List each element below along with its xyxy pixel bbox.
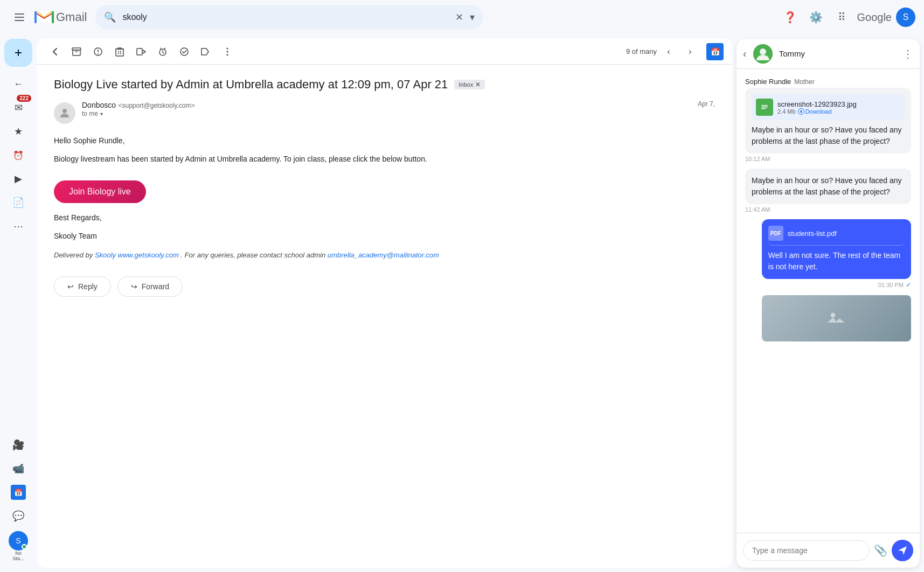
reply-buttons: ↩ Reply ↪ Forward [54,276,715,297]
snooze-button[interactable] [153,42,172,61]
sidebar-bottom: 🎥 📹 📅 💬 S No Sta... [3,434,33,572]
msg-bubble-1: screenshot-12923923.jpg 2.4 Mb Download … [745,88,911,154]
sender-avatar [54,102,75,124]
attachment-size: 2.4 Mb Download [777,108,857,115]
sidebar-item-inbox[interactable]: ✉ 222 [3,97,33,118]
sidebar-item-snoozed[interactable]: ⏰ [3,144,33,166]
svg-line-20 [160,48,161,49]
top-right-actions: ❓ ⚙️ ⠿ Google S [780,6,916,28]
svg-point-13 [98,53,99,54]
msg-text-3: Well I am not sure. The rest of the team… [768,250,905,273]
svg-rect-9 [72,48,81,50]
chat-avatar [753,44,773,64]
chat-back-button[interactable]: ‹ [743,47,747,60]
svg-rect-2 [15,20,24,21]
forward-button[interactable]: ↪ Forward [117,276,183,297]
msg-image-container [762,295,911,341]
reply-icon: ↩ [67,282,74,291]
chat-input[interactable] [743,540,870,561]
search-icon: 🔍 [104,11,116,23]
top-bar: Gmail 🔍 ✕ ▾ ❓ ⚙️ ⠿ Google S [0,0,924,34]
sidebar-item-chat[interactable]: 💬 [3,505,33,527]
delete-button[interactable] [110,42,129,61]
chat-input-area: 📎 [737,533,920,568]
msg-text-1: Maybe in an hour or so? Have you faced a… [752,124,905,147]
move-to-button[interactable] [131,42,151,61]
svg-point-36 [831,313,835,317]
skooly-link[interactable]: Skooly [95,251,116,259]
prev-email-button[interactable]: ‹ [659,42,678,61]
back-button[interactable] [45,42,65,61]
label-button[interactable] [196,42,216,61]
body-text: Biology livestream has been started by A… [54,153,715,165]
settings-icon[interactable]: ⚙️ [805,6,827,28]
message-2: Maybe in an hour or so? Have you faced a… [745,169,911,213]
done-button[interactable] [175,42,194,61]
sidebar-item-video[interactable]: 📹 [3,458,33,479]
svg-rect-14 [116,49,123,56]
pdf-attachment: PDF students-list.pdf [768,226,905,246]
pagination: 9 of many ‹ › [626,42,700,61]
next-email-button[interactable]: › [680,42,700,61]
more-button[interactable] [218,42,237,61]
msg-time-2: 11:42 AM [745,206,911,213]
sidebar-item-starred[interactable]: ★ [3,121,33,142]
sidebar-item-status[interactable]: S No Sta... [3,529,33,563]
gmail-logo: Gmail [34,8,87,27]
sidebar-item-more[interactable]: ⋯ [3,215,33,237]
sidebar-status-sublabel: Sta... [12,556,24,561]
svg-point-24 [227,51,228,52]
attachment-1: screenshot-12923923.jpg 2.4 Mb Download [752,94,905,120]
left-sidebar: ← ✉ 222 ★ ⏰ ▶ 📄 ⋯ 🎥 📹 📅 💬 S No Sta... [0,34,37,572]
spam-button[interactable] [88,42,108,61]
svg-rect-31 [761,107,768,108]
greeting-text: Hello Sophie Rundle, [54,135,715,147]
skooly-url-link[interactable]: www.getskooly.com [118,251,179,259]
chat-more-button[interactable]: ⋮ [902,47,913,60]
regards-text: Best Regards, [54,212,715,224]
join-biology-button[interactable]: Join Biology live [54,180,146,203]
svg-rect-1 [15,17,24,18]
forward-icon: ↪ [131,282,137,291]
hamburger-menu[interactable] [9,6,30,28]
to-me[interactable]: to me ▾ [82,110,691,117]
email-area: 9 of many ‹ › 📅 Biology Live started by … [37,39,732,568]
archive-button[interactable] [67,42,86,61]
contact-email-link[interactable]: umbrella_academy@mailinator.com [328,251,439,259]
apps-icon[interactable]: ⠿ [831,6,853,28]
sidebar-item-back[interactable]: ← [3,73,33,95]
message-4 [745,295,911,341]
attachment-info: screenshot-12923923.jpg 2.4 Mb Download [777,100,857,115]
sender-name: Donbosco [82,101,116,109]
msg-text-2: Maybe in an hour or so? Have you faced a… [752,175,905,198]
user-avatar[interactable]: S [896,8,915,27]
email-toolbar: 9 of many ‹ › 📅 [37,39,732,65]
main-layout: ← ✉ 222 ★ ⏰ ▶ 📄 ⋯ 🎥 📹 📅 💬 S No Sta... [0,34,924,572]
attachment-icon [756,99,773,116]
inbox-badge[interactable]: Inbox ✕ [454,80,485,89]
msg-outgoing-container: PDF students-list.pdf Well I am not sure… [762,219,911,289]
search-bar[interactable]: 🔍 ✕ ▾ [95,5,483,30]
chat-attach-icon[interactable]: 📎 [874,544,887,557]
download-link[interactable]: Download [798,108,832,115]
search-dropdown-icon[interactable]: ▾ [470,11,475,23]
sidebar-item-meet[interactable]: 🎥 [3,434,33,456]
search-input[interactable] [122,12,449,22]
svg-rect-32 [761,108,766,109]
svg-point-22 [180,48,188,55]
help-icon[interactable]: ❓ [780,6,801,28]
svg-point-23 [227,47,228,49]
sidebar-item-calendar[interactable]: 📅 [3,482,33,503]
chat-send-button[interactable] [892,540,913,561]
sidebar-avatar: S [9,531,28,550]
calendar-shortcut[interactable]: 📅 [706,43,724,60]
compose-button[interactable] [4,39,32,67]
search-clear-icon[interactable]: ✕ [455,11,463,23]
email-subject-row: Biology Live started by Admin at Umbrell… [54,78,715,92]
msg-time-3: 01:30 PM ✓ [762,281,911,289]
team-text: Skooly Team [54,230,715,242]
sidebar-item-sent[interactable]: ▶ [3,168,33,190]
sidebar-item-drafts[interactable]: 📄 [3,192,33,213]
image-preview [762,295,911,341]
reply-button[interactable]: ↩ Reply [54,276,111,297]
